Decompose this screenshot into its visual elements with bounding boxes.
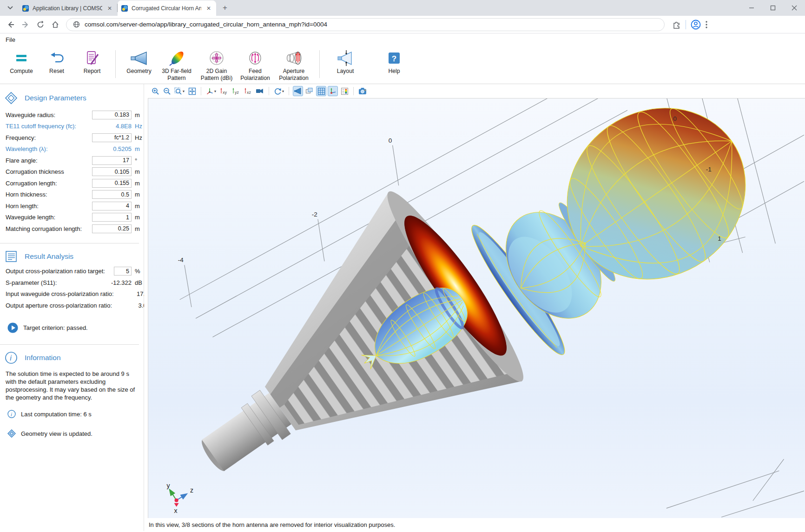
home-button[interactable] — [48, 18, 62, 32]
layout-button[interactable]: Layout — [325, 46, 365, 75]
maximize-button[interactable] — [762, 0, 784, 16]
tab-application-library[interactable]: Application Library | COMSOL S ✕ — [19, 0, 117, 16]
toolbar-separator — [269, 87, 269, 95]
section-title: Information — [25, 354, 61, 362]
transparency-button[interactable] — [304, 86, 315, 96]
corrugation-length-input[interactable] — [92, 179, 132, 188]
default-view-button[interactable]: ▾ — [205, 86, 217, 96]
gain-2d-button[interactable]: 2D Gain Pattern (dBi) — [197, 46, 237, 82]
triad-y-label: y — [166, 482, 170, 489]
aperture-polarization-button[interactable]: Aperture Polarization — [274, 46, 314, 82]
rotate-button[interactable]: ▾ — [273, 86, 285, 96]
feed-polarization-button[interactable]: Feed Polarization — [237, 46, 274, 82]
toolbar-separator — [289, 87, 289, 95]
frequency-input[interactable] — [92, 133, 132, 142]
param-row: Horn thickness: m — [0, 189, 144, 201]
matching-corrugation-length-input[interactable] — [92, 224, 132, 233]
help-icon: ? — [387, 49, 401, 67]
zoom-extents-icon — [188, 87, 196, 95]
toolbar-separator — [353, 87, 354, 95]
farfield-pattern-large — [460, 99, 779, 365]
corrugation-thickness-input[interactable] — [92, 167, 132, 176]
svg-text:i: i — [11, 412, 12, 417]
axes-triad-icon — [206, 87, 214, 95]
comsol-favicon — [121, 5, 128, 12]
param-row: Waveguide length: m — [0, 212, 144, 223]
close-window-button[interactable] — [784, 0, 805, 16]
reload-button[interactable] — [33, 18, 47, 32]
new-tab-button[interactable]: + — [219, 2, 231, 14]
view-xy-button[interactable]: xy — [218, 86, 229, 96]
farfield-3d-button[interactable]: 3D Far-field Pattern — [157, 46, 197, 82]
profile-icon[interactable] — [691, 20, 701, 30]
last-computation-row: i Last computation time: 6 s — [0, 401, 144, 418]
compute-button[interactable]: Compute — [4, 46, 39, 75]
tab-close-icon[interactable]: ✕ — [106, 5, 113, 12]
view-yz-button[interactable]: yz — [231, 86, 241, 96]
transparency-icon — [305, 87, 314, 95]
minimize-button[interactable] — [741, 0, 762, 16]
information-paragraph: The solution time is expected to be arou… — [0, 366, 144, 402]
snapshot-button[interactable] — [357, 86, 368, 96]
tab-search-button[interactable] — [4, 1, 17, 14]
svg-text:yz: yz — [235, 90, 239, 95]
grid-icon — [317, 87, 325, 95]
information-icon: i — [5, 351, 18, 364]
extensions-icon[interactable] — [672, 20, 681, 29]
axis-orientation-icon — [329, 87, 337, 95]
svg-text:i: i — [10, 354, 12, 362]
zoom-out-button[interactable] — [162, 86, 172, 96]
comsol-favicon — [22, 5, 29, 12]
layout-icon — [337, 49, 354, 67]
tab-corrugated-horn[interactable]: Corrugated Circular Horn Anten ✕ — [118, 0, 216, 16]
waveguide-radius-input[interactable] — [92, 111, 132, 119]
toolbar-separator — [686, 20, 686, 29]
dropdown-caret-icon: ▾ — [282, 89, 284, 93]
svg-text:?: ? — [392, 54, 396, 63]
waveguide-length-input[interactable] — [92, 213, 132, 222]
zoom-in-button[interactable] — [150, 86, 160, 96]
grid-toggle[interactable] — [316, 86, 326, 96]
reset-button[interactable]: Reset — [39, 46, 74, 75]
dropdown-caret-icon: ▾ — [214, 89, 216, 93]
flare-angle-input[interactable] — [92, 156, 132, 165]
svg-text:-2: -2 — [312, 211, 317, 218]
farfield-3d-icon — [168, 49, 185, 67]
app-ribbon: Compute Reset Report Geometry 3D Far-fie… — [0, 46, 805, 84]
3d-viewport[interactable]: 0 -2 -4 0 -1 1 y z x — [148, 98, 805, 518]
scene-light-icon — [294, 87, 302, 95]
param-row: Matching corrugation length: m — [0, 223, 144, 235]
horn-length-input[interactable] — [92, 202, 132, 210]
forward-button[interactable] — [19, 18, 33, 32]
gain-2d-icon — [209, 49, 224, 67]
param-row: Frequency: Hz — [0, 132, 144, 144]
url-bar[interactable]: comsol.com/server-demo/app/library_corru… — [66, 18, 665, 31]
zoom-box-button[interactable]: ▾ — [173, 86, 185, 96]
ribbon-separator — [319, 50, 320, 78]
back-button[interactable] — [4, 18, 18, 32]
view-xz-button[interactable]: xz — [243, 86, 253, 96]
projection-button[interactable] — [255, 86, 265, 96]
geometry-status-row: Geometry view is updated. — [0, 418, 144, 438]
tab-close-icon[interactable]: ✕ — [205, 5, 212, 12]
compute-icon — [15, 49, 28, 67]
param-row: Wavelength (λ): 0.5205m — [0, 144, 144, 155]
geometry-button[interactable]: Geometry — [121, 46, 157, 75]
result-analysis-header: Result Analysis — [0, 243, 144, 265]
report-button[interactable]: Report — [74, 46, 110, 75]
kebab-menu-icon[interactable] — [706, 21, 707, 28]
graphics-panel: ▾ ▾ xy yz xz ▾ — [144, 84, 805, 531]
axis-orientation-toggle[interactable] — [328, 86, 338, 96]
zoom-extents-button[interactable] — [187, 86, 197, 96]
color-legend-button[interactable] — [339, 86, 350, 96]
help-button[interactable]: ? Help — [376, 46, 413, 75]
svg-text:xy: xy — [223, 90, 227, 95]
cross-polarization-target-input[interactable] — [114, 267, 132, 276]
file-menu[interactable]: File — [6, 36, 15, 43]
view-yz-icon: yz — [231, 87, 240, 95]
back-icon — [7, 20, 15, 29]
horn-thickness-input[interactable] — [92, 190, 132, 199]
design-parameters-icon — [5, 92, 18, 105]
last-computation-text: Last computation time: 6 s — [21, 411, 92, 418]
scene-light-toggle[interactable] — [293, 86, 303, 96]
